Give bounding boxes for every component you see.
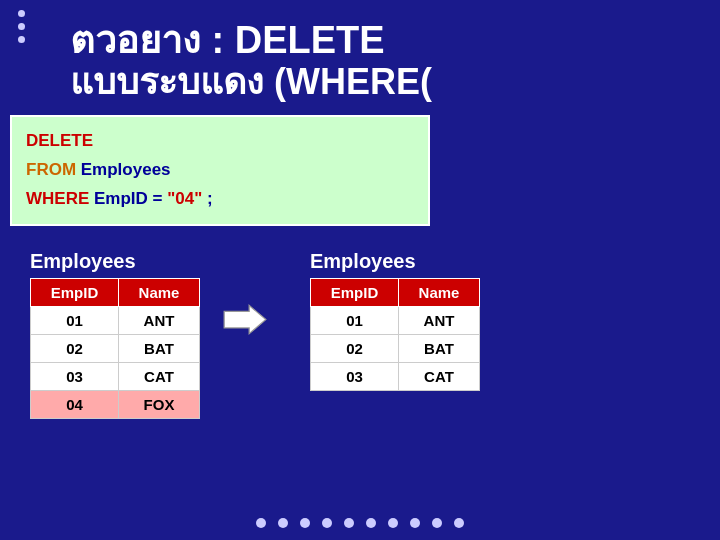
table-row: 01 ANT [311,307,480,335]
code-line-1: DELETE [26,127,414,156]
cell-id: 02 [31,335,119,363]
tables-area: Employees EmpID Name 01 ANT 02 BAT 03 [30,250,700,419]
header-subtitle: แบบระบแดง (WHERE( [70,62,700,102]
cell-id: 03 [311,363,399,391]
dot-3 [18,36,25,43]
header: ตวอยาง : DELETE แบบระบแดง (WHERE( [50,10,720,111]
right-col-empid: EmpID [311,279,399,307]
dot-b-8 [410,518,420,528]
dot-b-2 [278,518,288,528]
decorative-dots-bottom [0,518,720,528]
table-row: 03 CAT [31,363,200,391]
left-col-empid: EmpID [31,279,119,307]
cell-id: 01 [311,307,399,335]
keyword-from: FROM [26,160,76,179]
keyword-where: WHERE [26,189,89,208]
table-row-highlighted: 04 FOX [31,391,200,419]
left-table-header-row: EmpID Name [31,279,200,307]
dot-b-1 [256,518,266,528]
table-row: 02 BAT [311,335,480,363]
keyword-delete: DELETE [26,131,93,150]
svg-marker-0 [224,305,266,333]
dot-b-10 [454,518,464,528]
decorative-dots-top [18,10,25,43]
cell-name: ANT [398,307,479,335]
right-table-header-row: EmpID Name [311,279,480,307]
dot-b-9 [432,518,442,528]
cell-id: 03 [31,363,119,391]
right-col-name: Name [398,279,479,307]
code-semicolon: ; [202,189,212,208]
arrow-icon [220,300,270,340]
right-table-container: Employees EmpID Name 01 ANT 02 BAT 03 [310,250,480,391]
code-line-2: FROM Employees [26,156,414,185]
code-block: DELETE FROM Employees WHERE EmpID = "04"… [10,115,430,226]
right-table: EmpID Name 01 ANT 02 BAT 03 CAT [310,278,480,391]
dot-b-7 [388,518,398,528]
cell-id: 01 [31,307,119,335]
cell-name: FOX [118,391,199,419]
table-row: 03 CAT [311,363,480,391]
dot-b-5 [344,518,354,528]
cell-name: BAT [118,335,199,363]
cell-id: 04 [31,391,119,419]
code-table-name: Employees [76,160,171,179]
code-condition: EmpID = [89,189,167,208]
header-title: ตวอยาง : DELETE [70,20,700,62]
left-table-container: Employees EmpID Name 01 ANT 02 BAT 03 [30,250,200,419]
cell-name: CAT [398,363,479,391]
right-table-label: Employees [310,250,416,273]
arrow-container [200,300,290,340]
dot-b-3 [300,518,310,528]
left-col-name: Name [118,279,199,307]
cell-name: CAT [118,363,199,391]
dot-2 [18,23,25,30]
table-row: 01 ANT [31,307,200,335]
left-table: EmpID Name 01 ANT 02 BAT 03 CAT 04 [30,278,200,419]
cell-name: ANT [118,307,199,335]
code-value: "04" [167,189,202,208]
table-row: 02 BAT [31,335,200,363]
dot-b-4 [322,518,332,528]
cell-name: BAT [398,335,479,363]
dot-b-6 [366,518,376,528]
cell-id: 02 [311,335,399,363]
left-table-label: Employees [30,250,136,273]
code-line-3: WHERE EmpID = "04" ; [26,185,414,214]
dot-1 [18,10,25,17]
